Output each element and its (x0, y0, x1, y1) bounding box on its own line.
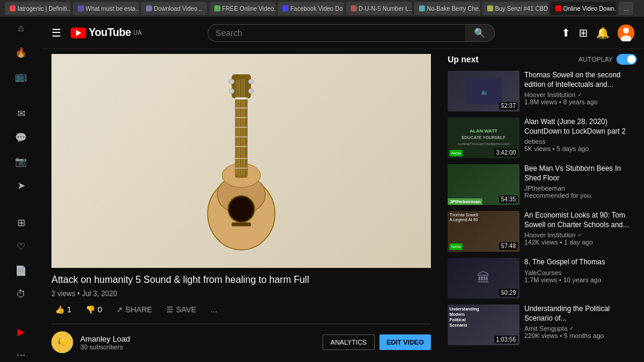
youtube-logo[interactable]: YouTubeUA (71, 26, 142, 39)
share-button[interactable]: ↗ SHARE (113, 303, 156, 316)
up-next-item-3[interactable]: JPthebeeman 54:35 Bee Man Vs Stubborn Be… (448, 164, 637, 205)
svg-text:🍋: 🍋 (57, 337, 68, 347)
up-next-thumb-5: 🏛 50:29 (448, 258, 520, 298)
tab-9-active[interactable]: Online Video Down... (551, 2, 616, 15)
sidebar-more-dots[interactable]: ··· (16, 349, 25, 361)
sidebar-subscriptions[interactable]: 📺 (14, 70, 28, 83)
youtube-red-icon: ▶ (14, 325, 28, 338)
svg-rect-25 (232, 222, 251, 226)
svg-point-7 (230, 197, 253, 221)
up-next-thumb-1: 📺 52:37 (448, 71, 520, 111)
video-player (51, 54, 431, 268)
search-button[interactable]: 🔍 (465, 24, 495, 42)
up-next-channel-5: YaleCourses (524, 269, 637, 276)
like-count: 1 (67, 305, 71, 314)
up-next-meta-2: 5K views • 5 days ago (524, 145, 637, 152)
tab-7[interactable]: No-Bake Berry Che... (414, 2, 480, 15)
up-next-info-6: Understanding the Political Scenario of.… (524, 304, 637, 345)
grid-icon[interactable]: ⊞ (579, 26, 588, 40)
svg-text:📺: 📺 (481, 89, 487, 95)
sidebar-library[interactable]: 📄 (14, 264, 28, 277)
up-next-meta-1: 1.8M views • 8 years ago (524, 98, 637, 105)
thumb-duration-1: 52:37 (499, 102, 518, 110)
browser-tabs: Iatrogenic | Definiti... What must be es… (0, 0, 644, 17)
channel-row: 🍋 Amanley Load 30 subscribers ANALYTICS … (51, 331, 431, 353)
tab-6[interactable]: D-U-N-5 Number L... (346, 2, 412, 15)
tab-more[interactable]: ... (619, 2, 633, 15)
sidebar-apps[interactable]: ⊞ (14, 216, 28, 229)
sidebar-chat[interactable]: 💬 (14, 131, 28, 144)
video-thumbnail (51, 54, 431, 268)
sidebar-liked[interactable]: ♡ (14, 240, 28, 253)
channel-actions: ANALYTICS EDIT VIDEO (323, 334, 431, 350)
menu-icon[interactable]: ☰ (51, 26, 61, 40)
search-input[interactable] (208, 24, 465, 42)
dislike-count: 0 (98, 305, 102, 314)
tab-5[interactable]: Facebook Video Do... (278, 2, 344, 15)
youtube-country-label: UA (133, 29, 142, 36)
thumb-duration-4: 57:48 (499, 242, 518, 250)
autoplay-toggle[interactable] (616, 54, 637, 65)
dislike-button[interactable]: 👎 0 (82, 303, 105, 316)
tab-1[interactable]: Iatrogenic | Definiti... (5, 2, 71, 15)
svg-point-18 (229, 89, 234, 93)
user-avatar[interactable] (618, 25, 634, 41)
tab-4[interactable]: FREE Online Video... (209, 2, 275, 15)
up-next-thumb-6: UnderstandingModernPoliticalScenario 1:0… (448, 304, 520, 345)
sidebar-messages[interactable]: ✉ (14, 107, 28, 120)
sidebar-home[interactable]: ⌂ (14, 22, 28, 35)
messages-icon: ✉ (14, 107, 28, 120)
upload-icon[interactable]: ⬆ (561, 26, 570, 40)
apps-icon: ⊞ (14, 216, 28, 229)
up-next-video-title-3: Bee Man Vs Stubborn Bees In Shed Floor (524, 164, 637, 183)
up-next-item-1[interactable]: 📺 52:37 Thomas Sowell on the second edit… (448, 71, 637, 111)
up-next-info-5: 8. The Gospel of Thomas YaleCourses 1.7M… (524, 258, 637, 298)
svg-point-20 (248, 89, 253, 93)
up-next-channel-3: JPthebeeman (524, 185, 637, 192)
tab-3[interactable]: Download Video... (141, 2, 207, 15)
tab-2[interactable]: What must be esta... (73, 2, 139, 15)
trending-icon: 🔥 (14, 46, 28, 59)
up-next-item-5[interactable]: 🏛 50:29 8. The Gospel of Thomas YaleCour… (448, 258, 637, 298)
save-button[interactable]: ☰ SAVE (163, 303, 200, 316)
more-button[interactable]: ... (207, 303, 221, 316)
svg-point-1 (623, 28, 629, 34)
edit-video-button[interactable]: EDIT VIDEO (379, 334, 431, 350)
analytics-button[interactable]: ANALYTICS (323, 334, 374, 350)
up-next-info-3: Bee Man Vs Stubborn Bees In Shed Floor J… (524, 164, 637, 205)
left-sidebar: ⌂ 🔥 📺 ✉ 💬 📷 ➤ ⊞ ♡ 📄 ⏱ (0, 17, 42, 362)
up-next-item-6[interactable]: UnderstandingModernPoliticalScenario 1:0… (448, 304, 637, 345)
thumb-duration-2: 3:42:00 (494, 149, 518, 156)
up-next-channel-6: Amit Sengupta ✓ (524, 325, 637, 332)
sidebar-instagram[interactable]: 📷 (14, 155, 28, 168)
notifications-icon[interactable]: 🔔 (596, 26, 609, 40)
up-next-video-title-5: 8. The Gospel of Thomas (524, 258, 637, 267)
up-next-item-4[interactable]: Thomas SowellA Legend At 90 57:48 New An… (448, 211, 637, 252)
sidebar-youtube-red[interactable]: ▶ (14, 325, 28, 338)
like-button[interactable]: 👍 1 (51, 303, 75, 316)
search-bar: 🔍 (208, 24, 495, 42)
view-count: 2 views (51, 289, 75, 298)
up-next-info-4: An Economist Looks at 90: Tom Sowell on … (524, 211, 637, 252)
up-next-item-2[interactable]: ALAN WATTEDUCATE YOURSELFcuttingThroughT… (448, 117, 637, 158)
thumb-duration-3: 54:35 (499, 195, 518, 203)
youtube-logo-text: YouTube (89, 26, 131, 39)
svg-point-19 (248, 79, 253, 84)
sidebar-history[interactable]: ⏱ (14, 288, 28, 301)
player-area: Attack on humanity 5 Sound & light from … (42, 49, 441, 362)
sidebar-trending[interactable]: 🔥 (14, 46, 28, 59)
up-next-info-1: Thomas Sowell on the second edition of I… (524, 71, 637, 111)
chat-icon: 💬 (14, 131, 28, 144)
main-content: ☰ YouTubeUA 🔍 ⬆ ⊞ 🔔 (42, 17, 644, 362)
up-next-channel-1: Hoover Institution ✓ (524, 91, 637, 98)
thumb-badge-4: New (449, 243, 463, 250)
thumb-badge-2: New (449, 150, 463, 156)
svg-rect-16 (232, 74, 251, 98)
sidebar-send[interactable]: ➤ (14, 179, 28, 192)
content-area: Attack on humanity 5 Sound & light from … (42, 49, 644, 362)
tab-8[interactable]: Buy Senzi #41 CBD... (482, 2, 548, 15)
up-next-thumb-2: ALAN WATTEDUCATE YOURSELFcuttingThroughT… (448, 117, 520, 158)
svg-rect-26 (235, 97, 248, 99)
channel-avatar[interactable]: 🍋 (51, 331, 73, 353)
youtube-logo-icon (71, 28, 86, 38)
